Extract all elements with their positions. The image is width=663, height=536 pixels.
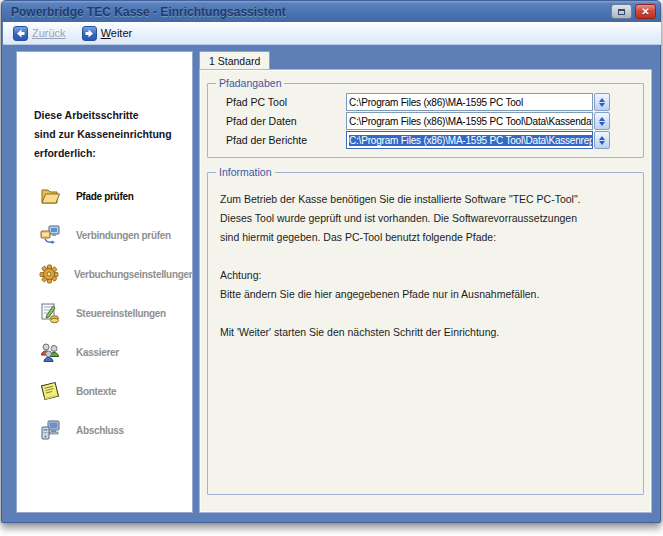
info-line: Zum Betrieb der Kasse benötigen Sie die … [220,190,631,209]
next-button-label: Weiter [101,27,133,39]
berichte-path-input[interactable]: C:\Program Files (x86)\MA-1595 PC Tool\D… [346,131,593,149]
step-label: Abschluss [76,425,124,436]
standard-tab-panel: Pfadangaben Pfad PC Tool C:\Program File… [199,69,652,513]
info-line: Achtung: [220,266,631,285]
users-icon [39,341,61,363]
pc-tool-path-spinfield: C:\Program Files (x86)\MA-1595 PC Tool [346,93,610,111]
info-group: Information Zum Betrieb der Kasse benöti… [207,166,644,495]
path-group: Pfadangaben Pfad PC Tool C:\Program File… [207,77,644,158]
gear-icon [39,263,59,285]
step-abschluss: Abschluss [39,418,192,442]
step-label: Steuereinstellungen [76,308,166,319]
step-label: Pfade prüfen [76,191,134,202]
sidebar-heading: Diese Arbeitsschritte sind zur Kassenein… [17,52,192,163]
step-verbindungen-pruefen: Verbindungen prüfen [39,223,192,247]
berichte-path-label: Pfad der Berichte [226,134,346,146]
info-line [220,247,631,266]
step-steuereinstellungen: Steuereinstellungen [39,301,192,325]
pc-tool-path-input[interactable]: C:\Program Files (x86)\MA-1595 PC Tool [346,93,593,111]
daten-path-label: Pfad der Daten [226,115,346,127]
field-row-daten: Pfad der Daten C:\Program Files (x86)\MA… [226,112,637,130]
tab-standard[interactable]: 1 Standard [199,51,270,69]
close-button[interactable]: ✕ [635,4,656,19]
folder-icon [39,185,61,207]
pc-tool-path-label: Pfad PC Tool [226,96,346,108]
back-button[interactable]: Zurück [13,26,66,41]
next-arrow-icon [82,26,97,41]
info-line [220,304,631,323]
daten-path-spinner[interactable] [594,112,610,130]
step-kassierer: Kassierer [39,340,192,364]
step-label: Bontexte [76,386,116,397]
close-icon: ✕ [641,7,649,17]
tax-document-icon [39,302,61,324]
content-area: Diese Arbeitsschritte sind zur Kassenein… [3,45,661,523]
spin-up-icon [599,98,605,102]
info-line: sind hiermit gegeben. Das PC-Tool benutz… [220,228,631,247]
info-group-title: Information [216,166,275,178]
path-group-title: Pfadangaben [216,77,284,89]
berichte-path-value: C:\Program Files (x86)\MA-1595 PC Tool\D… [349,135,593,146]
step-bontexte: Bontexte [39,379,192,403]
pc-tool-path-value: C:\Program Files (x86)\MA-1595 PC Tool [349,97,523,108]
daten-path-spinfield: C:\Program Files (x86)\MA-1595 PC Tool\D… [346,112,610,130]
note-icon [39,380,61,402]
berichte-path-spinner[interactable] [594,131,610,149]
titlebar-buttons: ✕ [611,4,656,19]
sidebar-heading-line: sind zur Kasseneinrichtung [34,125,186,144]
step-pfade-pruefen: Pfade prüfen [39,184,192,208]
restore-button[interactable] [611,4,632,19]
sidebar-steps-panel: Diese Arbeitsschritte sind zur Kassenein… [16,51,193,513]
titlebar: Powerbridge TEC Kasse - Einrichtungsassi… [2,1,660,22]
info-line: Mit 'Weiter' starten Sie den nächsten Sc… [220,323,631,342]
step-label: Verbindungen prüfen [76,230,171,241]
tabstrip: 1 Standard [199,51,652,69]
next-button[interactable]: Weiter [82,26,133,41]
sidebar-heading-line: erforderlich: [34,144,186,163]
daten-path-value: C:\Program Files (x86)\MA-1595 PC Tool\D… [349,116,593,127]
main-area: 1 Standard Pfadangaben Pfad PC Tool C:\P… [199,51,652,513]
back-arrow-icon [13,26,28,41]
spin-down-icon [599,122,605,126]
wizard-toolbar: Zurück Weiter [3,22,661,45]
step-list: Pfade prüfen [17,184,192,442]
spin-down-icon [599,141,605,145]
pc-tool-path-spinner[interactable] [594,93,610,111]
info-line: Dieses Tool wurde geprüft und ist vorhan… [220,209,631,228]
spin-up-icon [599,117,605,121]
berichte-path-spinfield: C:\Program Files (x86)\MA-1595 PC Tool\D… [346,131,610,149]
step-label: Verbuchungseinstellungen [74,269,193,280]
spin-up-icon [599,136,605,140]
field-row-pc-tool: Pfad PC Tool C:\Program Files (x86)\MA-1… [226,93,637,111]
computer-icon [39,419,61,441]
screen: Powerbridge TEC Kasse - Einrichtungsassi… [0,0,663,536]
spin-down-icon [599,103,605,107]
restore-icon [618,9,625,15]
field-row-berichte: Pfad der Berichte C:\Program Files (x86)… [226,131,637,149]
window-title: Powerbridge TEC Kasse - Einrichtungsassi… [11,5,611,19]
daten-path-input[interactable]: C:\Program Files (x86)\MA-1595 PC Tool\D… [346,112,593,130]
step-verbuchungseinstellungen: Verbuchungseinstellungen [39,262,192,286]
connection-icon [39,224,61,246]
info-text: Zum Betrieb der Kasse benötigen Sie die … [214,182,637,342]
sidebar-heading-line: Diese Arbeitsschritte [34,106,186,125]
info-line: Bitte ändern Sie die hier angegebenen Pf… [220,285,631,304]
back-button-label: Zurück [32,27,66,39]
step-label: Kassierer [76,347,119,358]
wizard-window: Powerbridge TEC Kasse - Einrichtungsassi… [1,0,661,523]
